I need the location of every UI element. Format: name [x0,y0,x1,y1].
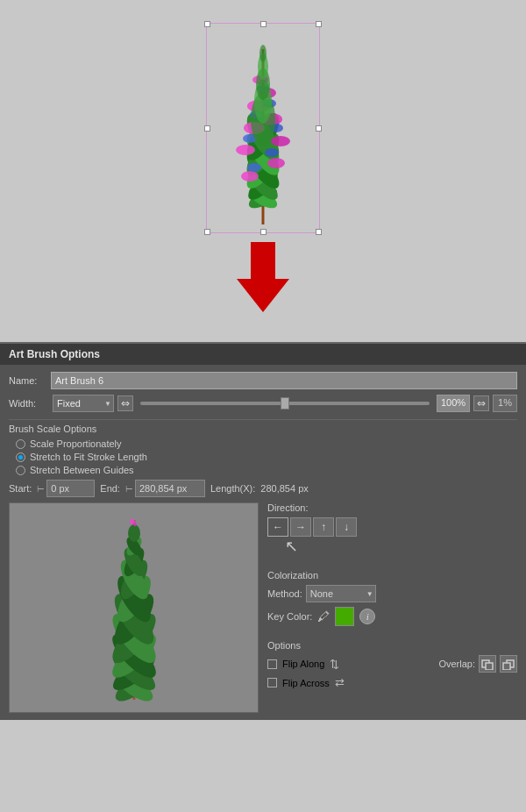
overlap-label: Overlap: [438,659,475,669]
direction-label: Direction: [267,502,517,513]
art-brush-dialog: Art Brush Options Name: Width: Fixed ⇔ 1… [0,342,526,720]
end-input[interactable] [135,480,205,497]
svg-point-53 [128,524,140,542]
name-label: Name: [9,375,46,386]
radio-0[interactable] [16,439,25,449]
dir-btn-up[interactable]: ↑ [313,517,334,537]
brush-preview [9,502,259,713]
dir-btn-right[interactable]: → [290,517,311,537]
flip-along-row: Flip Along ⇅ Overlap: [267,655,517,673]
direction-section: Direction: ← → ↑ ↓ ↖ [267,502,517,556]
tip-icon[interactable]: i [359,609,375,624]
end-label: End: [100,483,120,494]
radio-label-2: Stretch Between Guides [30,465,134,475]
flip-along-icon: ⇅ [330,658,339,671]
dir-btn-left[interactable]: ← [267,517,288,537]
handle-bc[interactable] [260,229,267,235]
svg-rect-59 [503,663,510,670]
handle-ml[interactable] [204,125,210,132]
length-label: Length(X): [210,483,255,494]
colorization-section: Colorization Method: None Key Color: 🖍 [267,570,517,626]
dir-btn-down[interactable]: ↓ [336,517,357,537]
direction-buttons: ← → ↑ ↓ [267,517,517,537]
method-select-wrapper: None [306,585,376,602]
overlap-btn-1[interactable] [479,655,496,673]
radio-label-1: Stretch to Fit Stroke Length [30,452,147,462]
method-row: Method: None [267,585,517,602]
name-row: Name: [9,372,517,389]
width-select-wrapper: Fixed [53,395,114,412]
options-section: Options Flip Along ⇅ Overlap: [267,640,517,693]
key-color-label: Key Color: [267,611,312,622]
handle-tc[interactable] [260,21,267,27]
start-label: Start: [9,483,32,494]
radio-2[interactable] [16,466,25,475]
radio-row-2[interactable]: Stretch Between Guides [16,465,517,475]
key-color-row: Key Color: 🖍 i [267,607,517,626]
brush-scale-label: Brush Scale Options [9,424,517,434]
method-label: Method: [267,588,302,599]
start-icon: ⊢ [37,484,45,494]
overlap-btn-2[interactable] [500,655,517,673]
flip-across-checkbox[interactable] [267,678,277,687]
eyedropper-icon[interactable]: 🖍 [317,609,330,623]
radio-1[interactable] [16,452,25,462]
radio-row-1[interactable]: Stretch to Fit Stroke Length [16,452,517,462]
width-label: Width: [9,398,46,409]
flip-across-row: Flip Across ⇄ [267,676,517,689]
cursor-pointer: ↖ [285,537,298,556]
overlap-section: Overlap: [438,655,517,673]
handle-br[interactable] [316,229,322,235]
width-icon-right[interactable]: ⇔ [473,395,489,411]
radio-row-0[interactable]: Scale Proportionately [16,438,517,449]
handle-tl[interactable] [204,21,210,27]
width-small-percent: 1% [493,395,517,412]
width-select[interactable]: Fixed [53,395,114,412]
end-icon: ⊢ [125,484,133,494]
right-controls: Direction: ← → ↑ ↓ ↖ Colorization Method… [267,502,517,713]
width-icon-left[interactable]: ⇔ [117,395,133,411]
radio-label-0: Scale Proportionately [30,438,122,449]
length-value: 280,854 px [260,483,308,494]
width-row: Width: Fixed ⇔ 100% ⇔ 1% [9,395,517,412]
canvas-area [0,0,526,342]
flip-along-checkbox[interactable] [267,659,277,669]
arrow-down [237,242,289,312]
method-select[interactable]: None [306,585,376,602]
main-content: Direction: ← → ↑ ↓ ↖ Colorization Method… [9,502,517,713]
dialog-title: Art Brush Options [0,344,526,365]
name-input[interactable] [51,372,517,389]
radio-group: Scale Proportionately Stretch to Fit Str… [16,438,517,475]
key-color-swatch[interactable] [335,607,354,626]
start-end-row: Start: ⊢ End: ⊢ Length(X): 280,854 px [9,480,517,497]
options-label: Options [267,640,517,651]
svg-rect-57 [486,663,493,670]
flip-across-icon: ⇄ [335,676,345,689]
colorization-label: Colorization [267,570,517,581]
width-slider[interactable] [140,402,430,405]
selection-box [206,23,320,233]
flip-across-label: Flip Across [282,678,330,688]
handle-mr[interactable] [316,125,322,132]
svg-point-55 [133,523,137,526]
start-input[interactable] [46,480,95,497]
flip-along-label: Flip Along [282,659,324,669]
plant-preview-top [206,23,320,233]
handle-bl[interactable] [204,229,210,235]
width-percent: 100% [437,395,470,412]
handle-tr[interactable] [316,21,322,27]
